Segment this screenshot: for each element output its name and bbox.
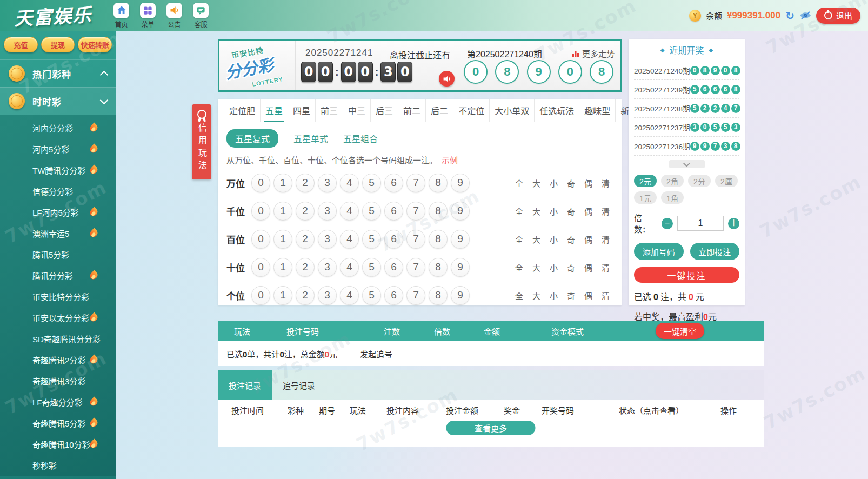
number-ball[interactable]: 7 — [406, 202, 425, 221]
quick-pick[interactable]: 全 — [515, 234, 523, 245]
bet-now-button[interactable]: 立即投注 — [690, 243, 740, 260]
number-ball[interactable]: 7 — [406, 286, 425, 305]
nav-item-service[interactable]: 客服 — [193, 3, 209, 29]
sidebar-item-lottery[interactable]: SD奇趣腾讯分分彩 — [0, 328, 116, 349]
sidebar-item-lottery[interactable]: 币安以太分分彩 — [0, 307, 116, 328]
nav-item-home[interactable]: 首页 — [113, 3, 129, 29]
number-ball[interactable]: 9 — [451, 202, 470, 221]
example-link[interactable]: 示例 — [442, 156, 458, 165]
number-ball[interactable]: 8 — [429, 174, 448, 192]
sidebar-item-lottery[interactable]: LF奇趣分分彩 — [0, 391, 116, 413]
quick-pick[interactable]: 全 — [515, 290, 523, 301]
number-ball[interactable]: 8 — [429, 258, 448, 277]
number-ball[interactable]: 2 — [296, 202, 315, 221]
number-ball[interactable]: 8 — [429, 230, 448, 249]
records-tab[interactable]: 投注记录 — [218, 370, 272, 400]
quick-pick[interactable]: 奇 — [567, 177, 575, 189]
quick-pick[interactable]: 小 — [550, 205, 558, 217]
quick-pick[interactable]: 小 — [550, 234, 558, 245]
number-ball[interactable]: 7 — [406, 174, 425, 192]
number-ball[interactable]: 4 — [340, 202, 359, 221]
quick-pick[interactable]: 大 — [532, 290, 540, 301]
quick-pick[interactable]: 全 — [515, 262, 523, 273]
number-ball[interactable]: 9 — [451, 174, 470, 192]
unit-button[interactable]: 2元 — [634, 175, 657, 187]
sidebar-item-lottery[interactable]: 币安比特分分彩 — [0, 286, 116, 307]
quick-pick[interactable]: 奇 — [567, 205, 575, 217]
number-ball[interactable]: 0 — [251, 174, 270, 192]
quick-pick[interactable]: 清 — [602, 205, 610, 217]
more-trend-link[interactable]: 更多走势 — [572, 48, 615, 59]
add-number-button[interactable]: 添加号码 — [634, 243, 684, 260]
tab-中三[interactable]: 中三 — [343, 99, 371, 122]
sidebar-item-lottery[interactable]: 奇趣腾讯5分彩 — [0, 413, 116, 434]
tab-四星[interactable]: 四星 — [288, 99, 316, 122]
number-ball[interactable]: 9 — [451, 230, 470, 249]
sidebar-item-lottery[interactable]: 信德分分彩 — [0, 181, 116, 202]
sidebar-item-lottery[interactable]: 奇趣腾讯2分彩 — [0, 349, 116, 370]
tab-五星[interactable]: 五星 — [261, 99, 288, 122]
quick-pick[interactable]: 奇 — [567, 262, 575, 273]
number-ball[interactable]: 1 — [273, 174, 292, 192]
sidebar-item-lottery[interactable]: 腾讯5分彩 — [0, 244, 116, 265]
sidebar-item-lottery[interactable]: TW腾讯分分彩 — [0, 159, 116, 181]
quick-pick[interactable]: 全 — [515, 177, 523, 189]
sidebar-item-lottery[interactable]: 奇趣腾讯10分彩 — [0, 434, 116, 455]
number-ball[interactable]: 0 — [251, 202, 270, 221]
number-ball[interactable]: 9 — [451, 258, 470, 277]
nav-item-menu[interactable]: 菜单 — [140, 3, 156, 29]
tab-前三[interactable]: 前三 — [316, 99, 343, 122]
mode-tab[interactable]: 五星复式 — [226, 129, 278, 148]
number-ball[interactable]: 4 — [340, 258, 359, 277]
quick-pick[interactable]: 大 — [532, 262, 540, 273]
mode-tab[interactable]: 五星组合 — [343, 132, 378, 145]
quick-pick[interactable]: 偶 — [584, 262, 592, 273]
number-ball[interactable]: 6 — [384, 258, 403, 277]
number-ball[interactable]: 5 — [362, 258, 381, 277]
number-ball[interactable]: 4 — [340, 230, 359, 249]
number-ball[interactable]: 6 — [384, 286, 403, 305]
number-ball[interactable]: 5 — [362, 286, 381, 305]
eye-off-icon[interactable] — [799, 11, 811, 19]
unit-button[interactable]: 2厘 — [715, 175, 738, 187]
unit-button[interactable]: 2角 — [661, 175, 684, 187]
number-ball[interactable]: 7 — [406, 258, 425, 277]
number-ball[interactable]: 3 — [318, 258, 337, 277]
number-ball[interactable]: 3 — [318, 174, 337, 192]
number-ball[interactable]: 5 — [362, 202, 381, 221]
number-ball[interactable]: 7 — [406, 230, 425, 249]
one-key-bet-button[interactable]: 一键投注 — [634, 267, 739, 283]
number-ball[interactable]: 5 — [362, 174, 381, 192]
nav-item-notice[interactable]: 公告 — [166, 3, 182, 29]
sidebar-item-lottery[interactable]: 奇趣腾讯3分彩 — [0, 370, 116, 391]
quick-pick[interactable]: 大 — [532, 177, 540, 189]
number-ball[interactable]: 0 — [251, 286, 270, 305]
tab-任选玩法[interactable]: 任选玩法 — [535, 99, 579, 122]
number-ball[interactable]: 1 — [273, 286, 292, 305]
quick-pick[interactable]: 偶 — [584, 290, 592, 301]
number-ball[interactable]: 0 — [251, 230, 270, 249]
number-ball[interactable]: 6 — [384, 230, 403, 249]
quick-pick[interactable]: 清 — [602, 234, 610, 245]
sidebar-item-lottery[interactable]: 腾讯分分彩 — [0, 265, 116, 286]
number-ball[interactable]: 5 — [362, 230, 381, 249]
quick-pick[interactable]: 偶 — [584, 177, 592, 189]
sidebar-item-lottery[interactable]: LF河内5分彩 — [0, 202, 116, 223]
mode-tab[interactable]: 五星单式 — [293, 132, 328, 145]
number-ball[interactable]: 3 — [318, 202, 337, 221]
quick-pick[interactable]: 大 — [532, 234, 540, 245]
sidebar-item-lottery[interactable]: 秒秒彩 — [0, 455, 116, 476]
sidebar-section-ssc[interactable]: 时时彩 — [0, 87, 116, 115]
number-ball[interactable]: 2 — [296, 174, 315, 192]
sidebar-item-lottery[interactable]: 河内5分彩 — [0, 138, 116, 159]
tab-后三[interactable]: 后三 — [371, 99, 398, 122]
unit-button[interactable]: 2分 — [688, 175, 711, 187]
tab-定位胆[interactable]: 定位胆 — [224, 99, 261, 122]
number-ball[interactable]: 2 — [296, 258, 315, 277]
quick-pick[interactable]: 大 — [532, 205, 540, 217]
logout-button[interactable]: 退出 — [816, 8, 860, 24]
quick-pick[interactable]: 清 — [602, 262, 610, 273]
plus-button[interactable]: ＋ — [728, 218, 739, 229]
number-ball[interactable]: 6 — [384, 202, 403, 221]
number-ball[interactable]: 0 — [251, 258, 270, 277]
